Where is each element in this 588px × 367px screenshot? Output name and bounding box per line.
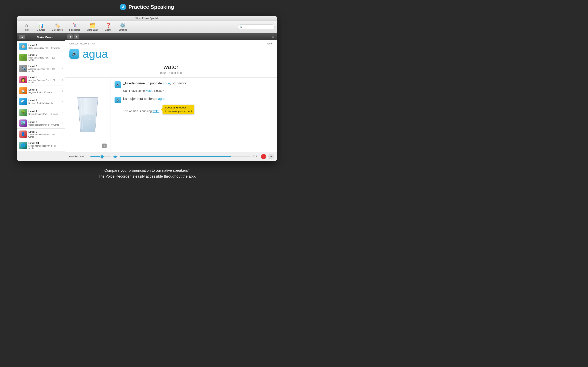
- sentence-row: 🔊 ¿Puede darme un poco de agua, por favo…: [114, 81, 273, 88]
- toolbar-categories[interactable]: 🏷️ Categories: [49, 22, 66, 32]
- water-link-1: water: [146, 89, 152, 92]
- level5-thumb: 🏔️: [19, 87, 27, 94]
- sentence1-english: Can I have some water, please?: [114, 89, 273, 92]
- progress-bar[interactable]: [120, 156, 251, 157]
- sentence2-spanish: La mujer está bebiendo agua: [123, 96, 165, 101]
- chevron-icon: ›: [62, 67, 63, 70]
- flashcards-icon: 🃏: [72, 23, 78, 28]
- step-badge: 3: [120, 4, 126, 10]
- chevron-icon: ›: [62, 111, 63, 114]
- home-icon: ⌂: [25, 23, 28, 28]
- speaker-icon: 🔊: [72, 51, 77, 57]
- chevron-icon: ›: [62, 45, 63, 48]
- speaker-icon: 🔊: [116, 83, 120, 86]
- chevron-icon: ›: [62, 78, 63, 81]
- toolbar: ⌂ Home 📊 Courses 🏷️ Categories 🃏 Flashca…: [17, 21, 277, 33]
- level2-thumb: 🌿: [19, 54, 27, 61]
- level9-info: Level 9 Lower Intermediate Part I • 98 w…: [28, 130, 61, 138]
- level9-desc: Lower Intermediate Part I • 98 words: [28, 133, 61, 138]
- word-section: Courses > Level 1 > All 42/46 🔊 agua wat…: [65, 40, 277, 78]
- recorder-divider: [88, 154, 88, 159]
- toolbar-courses[interactable]: 📊 Courses: [34, 22, 49, 32]
- level4-desc: Absolute Beginner Part II • 82 words: [28, 79, 61, 83]
- toolbar-about[interactable]: ❓ About: [101, 22, 115, 32]
- level3-desc: Absolute Beginner Part I • 89 words: [28, 68, 61, 72]
- record-button[interactable]: [261, 154, 267, 159]
- search-input[interactable]: [238, 25, 275, 29]
- level9-thumb: 👤: [19, 131, 27, 138]
- water-link-2: water: [153, 109, 159, 113]
- list-item[interactable]: 🌐 Level 10 Lower Intermediate Part II • …: [17, 140, 65, 151]
- page-count: 42/46: [267, 42, 273, 45]
- level5-desc: Beginner Part I • 96 words: [28, 91, 61, 94]
- wordbank-icon: 🗂️: [90, 23, 95, 28]
- sentence-section: + 🔊 ¿Puede darme un poco de agua, por fa…: [65, 78, 277, 152]
- flashcards-label: Flashcards: [69, 29, 80, 31]
- level10-info: Level 10 Lower Intermediate Part II • 97…: [28, 142, 61, 149]
- level10-desc: Lower Intermediate Part II • 97 words: [28, 145, 61, 149]
- list-item[interactable]: 🌿 Level 2 Basic Vocabulary Part II • 100…: [17, 52, 65, 63]
- search-wrap: [238, 25, 275, 29]
- courses-icon: 📊: [38, 23, 44, 28]
- toolbar-home[interactable]: ⌂ Home: [19, 22, 34, 32]
- level7-desc: Upper Beginner Part I • 90 words: [28, 113, 61, 115]
- image-panel: +: [65, 78, 110, 152]
- waveform-bar[interactable]: [90, 156, 111, 157]
- list-item[interactable]: 🏔️ Level 5 Beginner Part I • 96 words ›: [17, 85, 65, 96]
- nav-arrows: ◀ ▶: [67, 34, 79, 39]
- translation-area: water noun | masculine: [69, 63, 273, 75]
- wordbank-label: Word Bank: [87, 29, 98, 31]
- level4-thumb: 👩: [19, 76, 27, 83]
- list-item[interactable]: 🏠 Level 1 Basic Vocabulary Part I • 87 w…: [17, 41, 65, 52]
- sidebar-back-button[interactable]: ◀: [19, 35, 25, 39]
- level4-info: Level 4 Absolute Beginner Part II • 82 w…: [28, 76, 61, 83]
- level2-name: Level 2: [28, 53, 61, 57]
- sound-wave-icon: ◀▶: [113, 155, 118, 158]
- level8-thumb: 🏙️: [19, 119, 27, 127]
- word-image: [69, 95, 106, 134]
- favorite-button[interactable]: ☆: [271, 34, 275, 39]
- level10-name: Level 10: [28, 142, 61, 145]
- level6-info: Level 6 Beginner Part II • 99 words: [28, 99, 61, 104]
- level6-desc: Beginner Part II • 99 words: [28, 102, 61, 104]
- sentence2-english: The woman is drinking water. Speak and r…: [114, 105, 273, 114]
- level7-thumb: 🌳: [19, 109, 27, 116]
- chevron-icon: ›: [62, 100, 63, 103]
- svg-point-1: [89, 119, 90, 120]
- level1-name: Level 1: [28, 44, 61, 47]
- list-item[interactable]: ✈️ Level 3 Absolute Beginner Part I • 89…: [17, 63, 65, 74]
- level3-thumb: ✈️: [19, 65, 27, 72]
- sentence-speaker-button-1[interactable]: 🔊: [114, 81, 121, 88]
- window-titlebar: Word Power Spanish: [17, 16, 277, 21]
- level6-name: Level 6: [28, 99, 61, 102]
- toolbar-flashcards[interactable]: 🃏 Flashcards: [66, 22, 84, 32]
- timer-display: 00:31: [252, 155, 259, 158]
- sidebar-header: ◀ Main Menu: [17, 33, 65, 41]
- breadcrumb: Courses > Level 1 > All: [69, 42, 95, 45]
- toolbar-settings[interactable]: ⚙️ Settings: [115, 22, 130, 32]
- prev-button[interactable]: ◀: [67, 34, 73, 39]
- word-speaker-button[interactable]: 🔊: [69, 49, 79, 59]
- panel-nav: ◀ ▶ ☆: [65, 33, 277, 40]
- play-button[interactable]: ▶: [268, 154, 274, 159]
- next-button[interactable]: ▶: [74, 34, 79, 39]
- list-item[interactable]: 🌊 Level 6 Beginner Part II • 99 words ›: [17, 96, 65, 107]
- list-item[interactable]: 🌳 Level 7 Upper Beginner Part I • 90 wor…: [17, 107, 65, 118]
- list-item[interactable]: 🏙️ Level 8 Upper Beginner Part II • 97 w…: [17, 118, 65, 129]
- home-label: Home: [24, 29, 29, 31]
- expand-button[interactable]: +: [102, 143, 107, 148]
- highlight-agua2: agua: [158, 97, 165, 100]
- toolbar-wordbank[interactable]: 🗂️ Word Bank: [84, 22, 101, 32]
- level7-info: Level 7 Upper Beginner Part I • 90 words: [28, 110, 61, 115]
- level7-name: Level 7: [28, 110, 61, 113]
- list-item[interactable]: 👩 Level 4 Absolute Beginner Part II • 82…: [17, 74, 65, 85]
- level3-name: Level 3: [28, 65, 61, 68]
- spanish-word: agua: [82, 47, 108, 60]
- list-item[interactable]: 👤 Level 9 Lower Intermediate Part I • 98…: [17, 129, 65, 140]
- sentence-item: 🔊 La mujer está bebiendo agua The woman …: [114, 96, 273, 114]
- highlight-agua1: agua: [163, 82, 170, 85]
- settings-label: Settings: [119, 29, 127, 31]
- caption-line1: Compare your pronunciation to our native…: [0, 167, 294, 174]
- level5-name: Level 5: [28, 88, 61, 91]
- sentence-speaker-button-2[interactable]: 🔊: [114, 97, 121, 103]
